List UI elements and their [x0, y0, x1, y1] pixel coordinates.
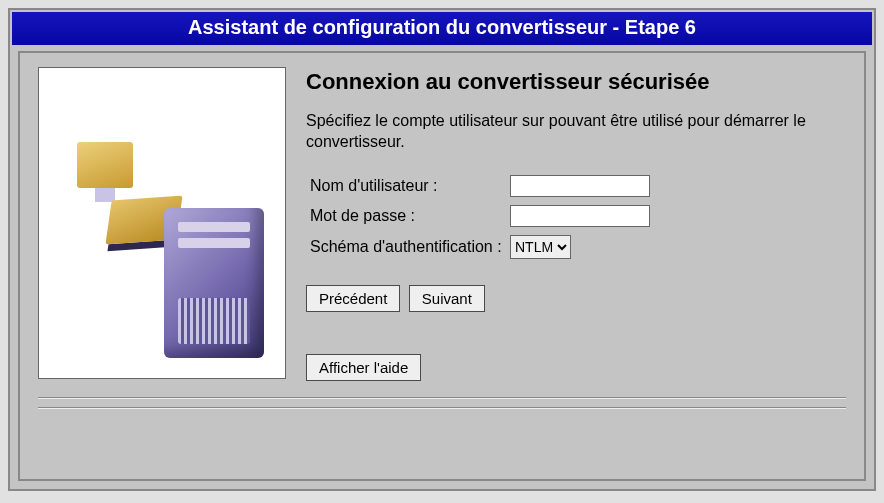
authscheme-label: Schéma d'authentification : — [310, 238, 510, 256]
title-bar: Assistant de configuration du convertiss… — [12, 12, 872, 45]
next-button[interactable]: Suivant — [409, 285, 485, 312]
wizard-frame: Assistant de configuration du convertiss… — [8, 8, 876, 491]
page-heading: Connexion au convertisseur sécurisée — [306, 69, 846, 95]
separator — [38, 397, 846, 399]
username-input[interactable] — [510, 175, 650, 197]
separator — [38, 407, 846, 409]
authscheme-select[interactable]: NTLM — [510, 235, 571, 259]
password-label: Mot de passe : — [310, 207, 510, 225]
password-input[interactable] — [510, 205, 650, 227]
page-description: Spécifiez le compte utilisateur sur pouv… — [306, 111, 846, 153]
username-label: Nom d'utilisateur : — [310, 177, 510, 195]
previous-button[interactable]: Précédent — [306, 285, 400, 312]
title-text: Assistant de configuration du convertiss… — [188, 16, 696, 38]
pc-tower-grill-icon — [178, 298, 250, 344]
credentials-form: Nom d'utilisateur : Mot de passe : Schém… — [310, 175, 846, 259]
help-button[interactable]: Afficher l'aide — [306, 354, 421, 381]
nav-buttons: Précédent Suivant — [306, 285, 846, 312]
wizard-body: Connexion au convertisseur sécurisée Spé… — [18, 51, 866, 481]
wizard-illustration — [38, 67, 286, 379]
monitor-icon — [77, 142, 133, 188]
